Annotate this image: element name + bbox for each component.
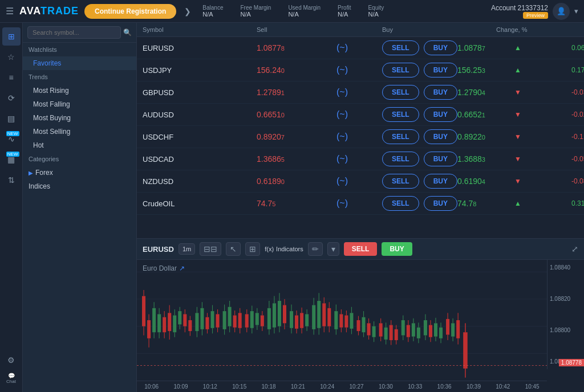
chart-buy-button[interactable]: BUY (382, 242, 412, 256)
sell-button[interactable]: SELL (382, 85, 419, 100)
svg-rect-136 (384, 328, 388, 340)
sell-price: 0.61890 (257, 177, 336, 186)
trend-most-selling[interactable]: Most Selling (23, 125, 136, 138)
symbol-name: NZDUSD (143, 177, 257, 186)
equity-value: N/A (368, 11, 378, 18)
chart-cursor-icon[interactable]: ↖ (226, 242, 241, 256)
table-row: CrudeOIL 74.75 (~) SELL BUY 74.78 ▲ 0.31… (137, 193, 584, 215)
chart-more-icon[interactable]: ▾ (327, 242, 339, 256)
change-value: -0.02 (571, 111, 584, 119)
sidebar-icon-transfer[interactable]: ⇅ (2, 171, 21, 189)
sell-button[interactable]: SELL (382, 129, 419, 144)
buy-button[interactable]: BUY (424, 129, 457, 144)
buy-price: 1.27904 (457, 88, 514, 97)
svg-rect-46 (216, 314, 220, 327)
chart-symbol: EURUSD (143, 245, 174, 254)
wave-chart-icon[interactable]: (~) (336, 176, 382, 186)
wave-chart-icon[interactable]: (~) (336, 198, 382, 209)
free-margin-label: Free Margin (240, 5, 271, 11)
sell-price: 0.89207 (257, 132, 336, 141)
svg-rect-85 (290, 311, 293, 328)
action-buttons: SELL BUY (382, 129, 457, 144)
category-forex[interactable]: ▶ Forex (23, 166, 136, 179)
buy-price: 1.36883 (457, 154, 514, 164)
buy-button[interactable]: BUY (424, 174, 457, 189)
svg-rect-163 (434, 323, 437, 336)
sidebar-bottom: ⚙ 💬 Chat (2, 351, 21, 387)
sidebar-icon-chat[interactable]: 💬 Chat (2, 369, 21, 387)
chevron-down-icon[interactable]: ▾ (574, 7, 578, 15)
sell-button[interactable]: SELL (382, 107, 419, 122)
chart-timeframe-selector[interactable]: 1m (179, 243, 195, 255)
buy-button[interactable]: BUY (424, 40, 457, 55)
time-7: 10:24 (320, 383, 334, 390)
search-input[interactable] (27, 26, 121, 39)
forex-label: Forex (35, 169, 53, 177)
buy-button[interactable]: BUY (424, 63, 457, 77)
change-value: 0.17 (571, 66, 584, 74)
price-level-2: 1.08820 (550, 296, 582, 302)
menu-icon[interactable]: ☰ (6, 6, 14, 17)
sell-button[interactable]: SELL (382, 40, 419, 55)
chart-grid-icon[interactable]: ⊞ (245, 242, 260, 256)
wave-chart-icon[interactable]: (~) (336, 43, 382, 53)
trend-most-buying[interactable]: Most Buying (23, 111, 136, 125)
change-arrow-icon: ▲ (514, 66, 571, 74)
svg-rect-88 (295, 316, 298, 329)
trend-most-rising[interactable]: Most Rising (23, 84, 136, 97)
svg-rect-64 (250, 311, 254, 328)
buy-price: 0.61904 (457, 177, 514, 186)
favorites-item[interactable]: Favorites (23, 56, 136, 70)
wave-chart-icon[interactable]: (~) (336, 65, 382, 75)
chart-sell-button[interactable]: SELL (344, 242, 378, 256)
svg-rect-49 (223, 311, 226, 329)
sell-button[interactable]: SELL (382, 152, 419, 166)
chart-bars-icon[interactable]: ⊟⊟ (200, 242, 221, 256)
trend-most-falling[interactable]: Most Falling (23, 97, 136, 111)
time-12: 10:39 (467, 383, 481, 390)
sidebar-icon-portfolio[interactable]: ▤ (2, 109, 21, 128)
trend-hot[interactable]: Hot (23, 138, 136, 152)
svg-rect-70 (261, 316, 264, 326)
buy-button[interactable]: BUY (424, 196, 457, 211)
arrow-right-icon[interactable]: ❯ (184, 7, 191, 16)
wave-chart-icon[interactable]: (~) (336, 154, 382, 164)
sidebar-icon-news[interactable]: ≡ (2, 68, 21, 87)
logo: AVATRADE (19, 5, 79, 17)
indicators-button[interactable]: f(x) Indicators (265, 246, 303, 252)
sidebar-icon-home[interactable]: ⊞ (2, 27, 21, 46)
sidebar-icon-orders[interactable]: ▦ NEW (2, 150, 21, 169)
expand-icon[interactable]: ⤢ (571, 244, 578, 254)
watchlists-header[interactable]: Watchlists (23, 43, 136, 56)
svg-rect-178 (463, 332, 468, 369)
sell-button[interactable]: SELL (382, 63, 419, 77)
change-arrow-icon: ▼ (514, 133, 571, 141)
svg-rect-28 (183, 314, 186, 326)
sidebar-icon-wave[interactable]: ∿ NEW (2, 130, 21, 148)
sell-price: 74.75 (257, 199, 336, 208)
svg-rect-139 (390, 325, 393, 340)
time-1: 10:06 (144, 383, 159, 390)
sell-button[interactable]: SELL (382, 196, 419, 211)
sidebar-icon-watchlist[interactable]: ☆ (2, 48, 21, 66)
wave-chart-icon[interactable]: (~) (336, 87, 382, 97)
chart-draw-icon[interactable]: ✏ (308, 242, 323, 256)
sidebar-icon-history[interactable]: ⟳ (2, 89, 21, 107)
used-margin-stat: Used Margin N/A (288, 5, 321, 18)
wave-chart-icon[interactable]: (~) (336, 132, 382, 142)
sell-button[interactable]: SELL (382, 174, 419, 189)
topbar: ☰ AVATRADE Continue Registration ❯ Balan… (0, 0, 584, 23)
category-indices[interactable]: Indices (23, 179, 136, 193)
time-4: 10:15 (232, 383, 246, 390)
buy-button[interactable]: BUY (424, 85, 457, 100)
continue-registration-button[interactable]: Continue Registration (84, 4, 176, 19)
buy-button[interactable]: BUY (424, 152, 457, 166)
avatar-button[interactable]: 👤 (553, 3, 570, 20)
symbol-name: GBPUSD (143, 88, 257, 97)
buy-button[interactable]: BUY (424, 107, 457, 122)
profit-stat: Profit N/A (338, 5, 351, 18)
wave-chart-icon[interactable]: (~) (336, 109, 382, 120)
market-table-header: Symbol Sell Buy Change, % (137, 23, 584, 37)
table-row: NZDUSD 0.61890 (~) SELL BUY 0.61904 ▼ -0… (137, 170, 584, 193)
sidebar-icon-settings[interactable]: ⚙ (2, 351, 21, 369)
